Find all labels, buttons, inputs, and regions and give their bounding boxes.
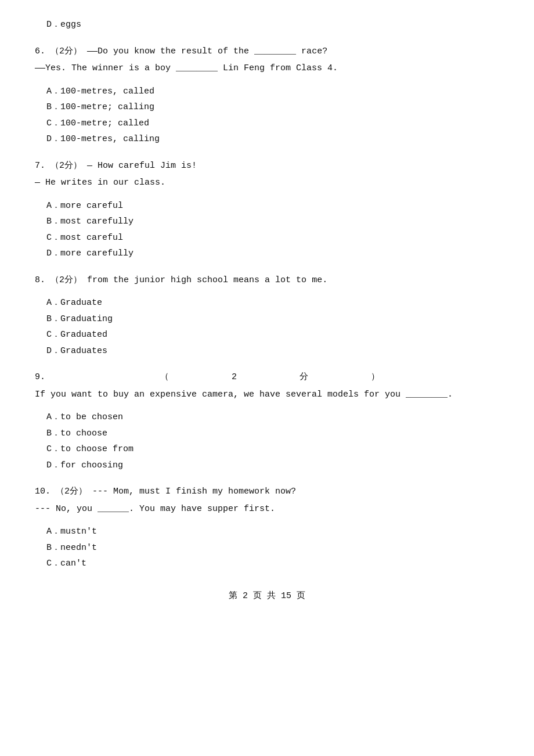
q8-option-a: A．Graduate [35,296,499,311]
question-6: 6. （2分） ——Do you know the result of the … [35,44,499,147]
question-9: 9. （ 2 分 ） If you want to buy an expensi… [35,370,499,473]
q9-number: 9. [35,372,45,382]
q7-stem-line1: 7. （2分） — How careful Jim is! [35,159,499,174]
q8-option-c: C．Graduated [35,327,499,343]
q10-points: （2分） [56,487,87,496]
option-d-prev: D．eggs [35,17,499,33]
q10-option-b: B．needn't [35,541,499,556]
question-10: 10. （2分） --- Mom, must I finish my homew… [35,484,499,571]
q9-option-b: B．to choose [35,426,499,441]
q8-number: 8. [35,275,45,285]
q7-stem-line2: — He writes in our class. [35,175,499,190]
q9-points-label: （ 2 分 ） [160,372,380,382]
q6-option-c: C．100-metre; called [35,116,499,131]
q10-number: 10. [35,487,50,496]
q6-option-a: A．100-metres, called [35,84,499,99]
q8-line1: from the junior high school means a lot … [87,275,327,285]
q10-line1: --- Mom, must I finish my homework now? [92,487,296,496]
q9-option-c: C．to choose from [35,442,499,457]
q8-stem-line1: 8. （2分） from the junior high school mean… [35,273,499,288]
q10-option-c: C．can't [35,556,499,571]
q6-number: 6. [35,46,45,56]
q6-stem-line2: ——Yes. The winner is a boy ________ Lin … [35,61,499,76]
q9-header-line: 9. （ 2 分 ） [35,370,499,385]
q6-stem-line1: 6. （2分） ——Do you know the result of the … [35,44,499,59]
q10-stem-line1: 10. （2分） --- Mom, must I finish my homew… [35,484,499,499]
q7-option-d: D．more carefully [35,246,499,261]
question-7: 7. （2分） — How careful Jim is! — He write… [35,159,499,261]
page-footer: 第 2 页 共 15 页 [35,589,499,604]
q7-points: （2分） [50,161,82,171]
q7-number: 7. [35,161,45,171]
q9-option-d: D．for choosing [35,458,499,473]
q10-stem-line2: --- No, you ______. You may have supper … [35,502,499,517]
q10-option-a: A．mustn't [35,524,499,539]
q7-option-c: C．most careful [35,231,499,246]
q6-option-b: B．100-metre; calling [35,100,499,115]
q9-main-line: If you want to buy an expensive camera, … [35,387,499,402]
q7-option-a: A．more careful [35,199,499,214]
question-8: 8. （2分） from the junior high school mean… [35,273,499,359]
q6-points: （2分） [50,46,82,56]
q6-line1: ——Do you know the result of the ________… [87,46,327,56]
q9-option-a: A．to be chosen [35,410,499,425]
prev-option-d: D．eggs [35,17,499,33]
q7-line1: — How careful Jim is! [87,161,197,171]
q6-option-d: D．100-metres, calling [35,132,499,147]
q8-option-b: B．Graduating [35,312,499,327]
q8-option-d: D．Graduates [35,344,499,359]
q8-points: （2分） [50,275,82,285]
q7-option-b: B．most carefully [35,214,499,229]
